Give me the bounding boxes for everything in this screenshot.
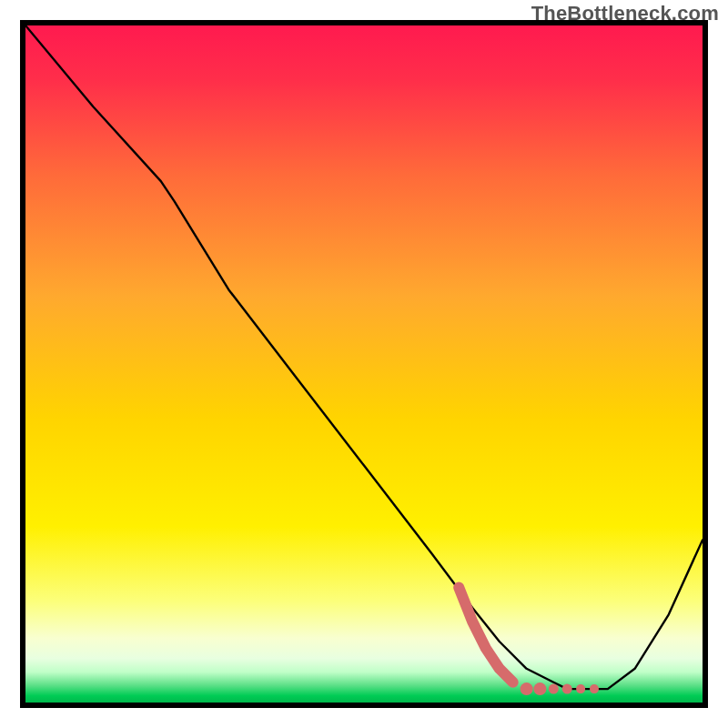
axis-left (20, 20, 25, 708)
svg-point-3 (562, 684, 572, 694)
svg-point-4 (576, 684, 585, 693)
svg-point-5 (590, 684, 599, 693)
svg-point-2 (549, 684, 559, 694)
gradient-background (25, 25, 703, 703)
axis-right (703, 20, 708, 708)
axis-bottom (20, 703, 708, 708)
svg-point-0 (521, 682, 533, 695)
axis-top (20, 20, 708, 25)
plot-area (25, 25, 703, 703)
svg-point-1 (533, 682, 546, 695)
chart-svg (25, 25, 703, 703)
chart-frame: TheBottleneck.com (0, 0, 728, 728)
